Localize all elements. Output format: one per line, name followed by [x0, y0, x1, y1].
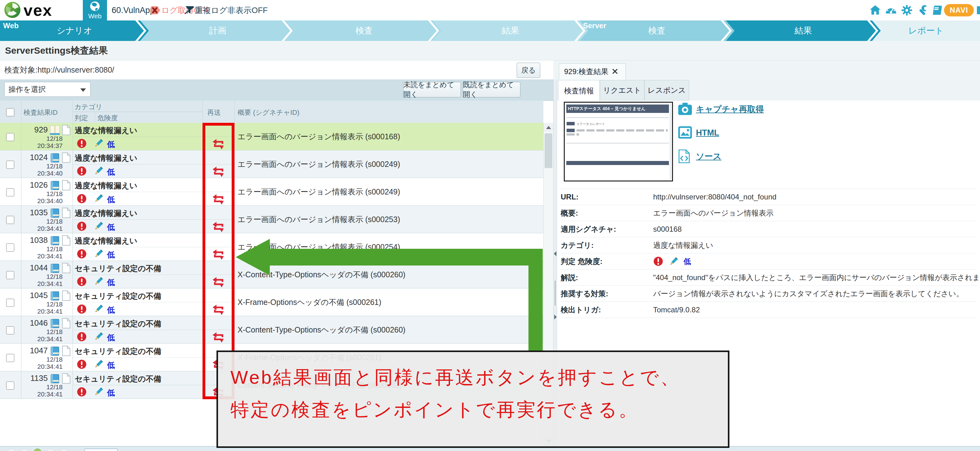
resend-button[interactable]: [212, 220, 225, 233]
capture-link-0[interactable]: キャプチャ再取得: [678, 102, 764, 116]
book-icon[interactable]: [49, 373, 61, 384]
step-server-5[interactable]: 結果: [726, 21, 881, 41]
camera-icon: [678, 102, 692, 116]
page-icon[interactable]: [62, 290, 70, 301]
table-row[interactable]: 104612/1820:34:41セキュリティ設定の不備低X-Content-T…: [0, 316, 543, 344]
capture-thumbnail[interactable]: HTTPステータス 404 – 見つかりません ステータスレポート: [564, 102, 673, 182]
resend-button[interactable]: [212, 248, 225, 261]
top-header: vex Web 60.VulnApp ログ取得OFF 重複ログ非表示OFF: [0, 0, 980, 21]
resend-button[interactable]: [212, 165, 225, 178]
open-read-button[interactable]: 既読をまとめて開く: [463, 82, 520, 97]
edit-pencil-icon[interactable]: [93, 386, 104, 397]
resend-button[interactable]: [212, 276, 225, 288]
open-unread-button[interactable]: 未読をまとめて開く: [403, 82, 461, 97]
log-capture-off-icon[interactable]: [151, 5, 161, 16]
splitter-grip[interactable]: [555, 281, 555, 306]
edit-pencil-icon[interactable]: [93, 193, 104, 204]
dashboard-icon[interactable]: [885, 5, 896, 16]
page-number-input[interactable]: [84, 448, 118, 451]
scroll-up-button[interactable]: [544, 123, 553, 132]
edit-pencil-icon[interactable]: [93, 276, 104, 287]
wrench-icon[interactable]: [917, 5, 928, 16]
book-icon[interactable]: [49, 208, 61, 218]
web-module-tab[interactable]: Web: [83, 0, 107, 21]
book-icon[interactable]: [49, 153, 61, 163]
subtab-label: レスポンス: [648, 85, 686, 95]
scrollbar-thumb[interactable]: [544, 133, 552, 168]
subtab-1[interactable]: リクエスト: [600, 80, 644, 100]
table-row[interactable]: 104512/1820:34:41セキュリティ設定の不備低X-Frame-Opt…: [0, 288, 543, 316]
resend-button[interactable]: [212, 137, 225, 150]
resend-button[interactable]: [212, 331, 225, 344]
resend-button[interactable]: [212, 303, 225, 316]
edit-pencil-icon[interactable]: [93, 304, 104, 314]
collapse-left-icon[interactable]: [554, 251, 556, 256]
step-web-0[interactable]: シナリオ: [0, 21, 149, 41]
row-checkbox[interactable]: [6, 188, 14, 196]
home-icon[interactable]: [870, 5, 881, 16]
edit-pencil-icon[interactable]: [93, 249, 104, 259]
step-web-1[interactable]: 計画: [140, 21, 295, 41]
edit-pencil-icon[interactable]: [93, 138, 104, 148]
row-checkbox[interactable]: [6, 216, 14, 224]
subtab-2[interactable]: レスポンス: [644, 80, 689, 100]
row-checkbox[interactable]: [6, 271, 14, 279]
row-checkbox[interactable]: [6, 161, 14, 169]
table-row[interactable]: 102412/1820:34:40過度な情報漏えい低エラー画面へのバージョン情報…: [0, 150, 543, 178]
subtab-0[interactable]: 検査情報: [558, 80, 600, 101]
edit-pencil-icon[interactable]: [668, 256, 679, 266]
row-checkbox[interactable]: [6, 354, 14, 362]
select-all-checkbox[interactable]: [6, 108, 14, 116]
duplicate-log-status[interactable]: 重複ログ非表示OFF: [195, 0, 268, 21]
row-checkbox[interactable]: [6, 326, 14, 335]
row-checkbox[interactable]: [6, 133, 14, 141]
step-web-3[interactable]: 結果: [433, 21, 588, 41]
detail-field-row: カテゴリ:過度な情報漏えい: [561, 237, 977, 253]
book-icon[interactable]: [49, 263, 61, 274]
page-icon[interactable]: [62, 152, 70, 163]
book-icon[interactable]: [49, 346, 61, 356]
result-tab[interactable]: 929:検査結果: [559, 63, 626, 80]
edit-pencil-icon[interactable]: [93, 359, 104, 370]
gear-icon[interactable]: [901, 5, 912, 16]
capture-link-1[interactable]: HTML: [678, 126, 719, 140]
action-select[interactable]: 操作を選択: [4, 82, 91, 97]
edit-pencil-icon[interactable]: [93, 221, 104, 231]
edit-pencil-icon[interactable]: [93, 331, 104, 342]
book-icon[interactable]: [49, 318, 61, 329]
book-icon[interactable]: [49, 180, 61, 191]
manual-book-icon[interactable]: [932, 5, 943, 16]
table-row[interactable]: 103512/1820:34:41過度な情報漏えい低エラー画面へのバージョン情報…: [0, 206, 543, 233]
edit-pencil-icon[interactable]: [93, 166, 104, 176]
book-icon[interactable]: [49, 236, 61, 246]
navi-badge[interactable]: NAVI: [944, 4, 974, 16]
field-value: エラー画面へのバージョン情報表示: [653, 208, 774, 218]
back-button[interactable]: 戻る: [517, 63, 540, 78]
page-icon[interactable]: [62, 180, 70, 190]
page-icon[interactable]: [62, 263, 70, 273]
summary-text: エラー画面へのバージョン情報表示 (s000249): [237, 178, 541, 206]
result-time: 20:34:40: [22, 197, 63, 205]
row-checkbox[interactable]: [6, 299, 14, 307]
page-icon[interactable]: [62, 125, 70, 135]
collapse-right-icon[interactable]: [554, 314, 557, 319]
book-icon[interactable]: [49, 291, 61, 301]
row-checkbox[interactable]: [6, 381, 14, 390]
row-checkbox[interactable]: [6, 244, 14, 252]
duplicate-filter-icon[interactable]: [185, 5, 194, 16]
resend-button[interactable]: [212, 193, 225, 206]
table-row[interactable]: 102612/1820:34:40過度な情報漏えい低エラー画面へのバージョン情報…: [0, 178, 543, 206]
close-icon[interactable]: [612, 67, 618, 76]
page-icon[interactable]: [62, 318, 70, 328]
detail-fields: URL:http://vulnserver:8080/404_not_found…: [561, 189, 977, 318]
page-icon[interactable]: [62, 235, 70, 245]
step-web-2[interactable]: 検査: [286, 21, 442, 41]
book-open-icon[interactable]: [49, 125, 61, 135]
page-icon[interactable]: [62, 207, 70, 218]
detail-field-row: 判定 危険度:低: [561, 253, 977, 269]
page-icon[interactable]: [62, 373, 70, 384]
table-row[interactable]: 92912/1820:34:37過度な情報漏えい低エラー画面へのバージョン情報表…: [0, 123, 543, 150]
step-server-6[interactable]: レポート: [872, 21, 980, 41]
page-icon[interactable]: [62, 346, 70, 356]
capture-link-2[interactable]: ソース: [678, 150, 721, 163]
